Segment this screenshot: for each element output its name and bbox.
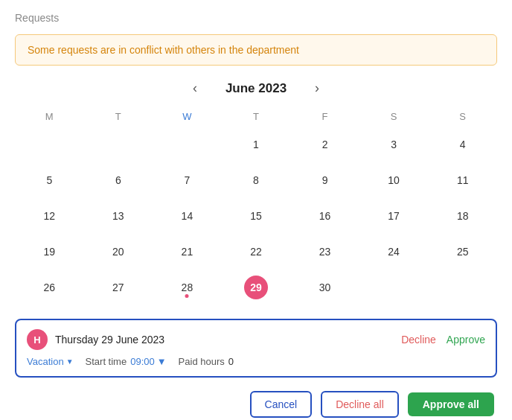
calendar-day-cell [359, 270, 429, 305]
approve-all-button[interactable]: Approve all [408, 392, 494, 416]
decline-all-button[interactable]: Decline all [321, 391, 399, 418]
calendar-day-cell[interactable]: 2 [290, 127, 359, 162]
weekday-header: S [359, 106, 429, 127]
paid-hours-group: Paid hours 0 [179, 356, 234, 367]
calendar-day-cell[interactable]: 15 [222, 198, 291, 234]
calendar-day-cell[interactable]: 27 [84, 270, 153, 305]
day-number[interactable]: 2 [313, 133, 337, 156]
calendar-day-cell[interactable]: 12 [15, 198, 84, 234]
day-number[interactable]: 29 [244, 276, 268, 299]
day-number[interactable]: 28 [175, 276, 199, 299]
calendar-day-cell[interactable]: 9 [290, 162, 359, 198]
paid-hours-label: Paid hours [179, 356, 225, 367]
time-dropdown-arrow-icon: ▼ [157, 356, 167, 367]
day-number[interactable]: 10 [382, 168, 406, 192]
day-number[interactable]: 11 [451, 168, 475, 192]
calendar-day-cell[interactable]: 7 [153, 162, 222, 198]
calendar-day-cell[interactable]: 13 [84, 198, 153, 234]
day-number[interactable]: 18 [451, 204, 475, 228]
day-number[interactable]: 20 [106, 240, 130, 264]
weekday-header: W [153, 106, 222, 127]
calendar-month-title: June 2023 [225, 81, 287, 96]
day-number[interactable]: 7 [175, 168, 199, 192]
day-number[interactable]: 26 [37, 276, 61, 299]
event-dot [254, 294, 257, 298]
calendar-day-cell[interactable]: 16 [290, 198, 359, 234]
prev-month-button[interactable]: ‹ [187, 79, 203, 98]
cancel-button[interactable]: Cancel [250, 391, 313, 418]
calendar-week-row: 19202122232425 [15, 234, 497, 270]
day-number[interactable]: 12 [37, 204, 61, 228]
avatar: H [27, 329, 48, 350]
weekday-header: F [290, 106, 359, 127]
day-number[interactable]: 3 [382, 133, 406, 156]
day-number[interactable]: 8 [244, 168, 268, 192]
start-time-label: Start time [86, 356, 127, 367]
start-time-value: 09:00 [130, 356, 155, 367]
event-actions: Decline Approve [401, 334, 485, 346]
next-month-button[interactable]: › [309, 79, 325, 98]
calendar-week-row: 12131415161718 [15, 198, 497, 234]
calendar-day-cell[interactable]: 1 [222, 127, 291, 162]
start-time-dropdown[interactable]: 09:00 ▼ [130, 356, 166, 367]
weekday-header: S [428, 106, 497, 127]
approve-button[interactable]: Approve [447, 334, 485, 346]
calendar-day-cell[interactable]: 5 [15, 162, 84, 198]
day-number[interactable]: 30 [313, 276, 337, 299]
event-date: Thursday 29 June 2023 [55, 334, 164, 346]
day-number[interactable]: 25 [451, 240, 475, 264]
calendar-day-cell[interactable]: 22 [222, 234, 291, 270]
day-number[interactable]: 24 [382, 240, 406, 264]
calendar-week-row: 2627282930 [15, 270, 497, 305]
day-number[interactable]: 17 [382, 204, 406, 228]
calendar-grid: MTWTFSS 12345678910111213141516171819202… [15, 106, 497, 305]
day-number[interactable]: 15 [244, 204, 268, 228]
conflict-alert: Some requests are in conflict with other… [15, 34, 497, 66]
day-number[interactable]: 19 [37, 240, 61, 264]
day-number[interactable]: 22 [244, 240, 268, 264]
day-number[interactable]: 9 [313, 168, 337, 192]
calendar-day-cell[interactable]: 20 [84, 234, 153, 270]
calendar-day-cell[interactable]: 26 [15, 270, 84, 305]
calendar-day-cell[interactable]: 30 [290, 270, 359, 305]
decline-button[interactable]: Decline [401, 334, 436, 346]
day-number[interactable]: 4 [451, 133, 475, 156]
calendar-day-cell[interactable]: 6 [84, 162, 153, 198]
day-number[interactable]: 1 [244, 133, 268, 156]
calendar-day-cell[interactable]: 18 [428, 198, 497, 234]
weekday-header: T [222, 106, 291, 127]
calendar-day-cell[interactable]: 28 [153, 270, 222, 305]
calendar-day-cell[interactable]: 24 [359, 234, 429, 270]
event-top: H Thursday 29 June 2023 Decline Approve [27, 329, 485, 350]
dropdown-arrow-icon: ▼ [66, 357, 74, 366]
calendar-day-cell[interactable]: 25 [428, 234, 497, 270]
day-number[interactable]: 21 [175, 240, 199, 264]
page-title: Requests [15, 12, 497, 24]
calendar-day-cell[interactable]: 11 [428, 162, 497, 198]
calendar-day-cell[interactable]: 4 [428, 127, 497, 162]
paid-hours-value: 0 [228, 356, 234, 367]
calendar-day-cell [428, 270, 497, 305]
calendar-day-cell [15, 127, 84, 162]
day-number[interactable]: 5 [37, 168, 61, 192]
calendar-day-cell[interactable]: 23 [290, 234, 359, 270]
calendar-day-cell[interactable]: 3 [359, 127, 429, 162]
calendar-day-cell [84, 127, 153, 162]
day-number[interactable]: 27 [106, 276, 130, 299]
event-card: H Thursday 29 June 2023 Decline Approve … [15, 319, 497, 378]
day-number[interactable]: 16 [313, 204, 337, 228]
vacation-dropdown[interactable]: Vacation ▼ [27, 356, 74, 367]
day-number[interactable]: 23 [313, 240, 337, 264]
calendar-day-cell[interactable]: 29 [222, 270, 291, 305]
day-number[interactable]: 6 [106, 168, 130, 192]
calendar-day-cell[interactable]: 8 [222, 162, 291, 198]
calendar-day-cell[interactable]: 21 [153, 234, 222, 270]
bottom-actions: Cancel Decline all Approve all [15, 391, 497, 418]
calendar-day-cell[interactable]: 10 [359, 162, 429, 198]
calendar-day-cell[interactable]: 17 [359, 198, 429, 234]
weekday-header: T [84, 106, 153, 127]
calendar-day-cell[interactable]: 19 [15, 234, 84, 270]
calendar-day-cell[interactable]: 14 [153, 198, 222, 234]
day-number[interactable]: 13 [106, 204, 130, 228]
day-number[interactable]: 14 [175, 204, 199, 228]
